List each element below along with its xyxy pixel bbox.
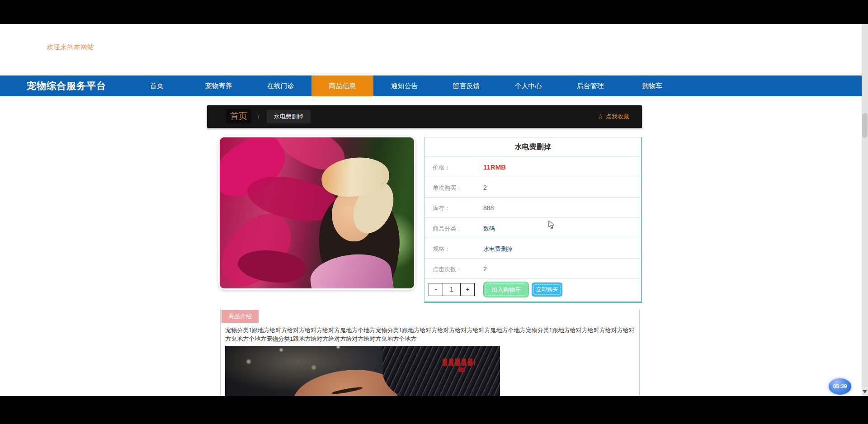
price-value: 11RMB (483, 163, 506, 171)
nav-menu: 首页 宠物寄养 在线门诊 商品信息 通知公告 留言反馈 个人中心 后台管理 购物… (126, 75, 683, 96)
spec-value: 水电费删掉 (483, 245, 513, 252)
row-per-purchase: 单次购买：2 (425, 177, 641, 197)
breadcrumb-home-link[interactable]: 首页 (226, 109, 251, 123)
add-to-cart-button[interactable]: 加入购物车 (484, 282, 528, 297)
per-purchase-label: 单次购买： (433, 178, 483, 198)
favorite-button[interactable]: ☆点我收藏 (597, 112, 629, 121)
stock-label: 库存： (433, 198, 483, 218)
mouse-cursor (548, 220, 555, 229)
site-brand[interactable]: 宠物综合服务平台 (27, 75, 106, 96)
quantity-minus-button[interactable]: - (429, 283, 443, 296)
nav-item-pet-boarding[interactable]: 宠物寄养 (188, 75, 250, 96)
quantity-value[interactable]: 1 (443, 283, 461, 296)
breadcrumb-separator: / (258, 113, 259, 120)
star-icon: ☆ (597, 113, 604, 120)
nav-item-announcements[interactable]: 通知公告 (373, 75, 435, 96)
product-info-panel: 水电费删掉 价格：11RMB 单次购买：2 库存：888 商品分类：数码 规格：… (424, 137, 642, 303)
nav-item-cart[interactable]: 购物车 (621, 75, 683, 96)
nav-item-admin[interactable]: 后台管理 (559, 75, 621, 96)
nav-item-products[interactable]: 商品信息 (311, 75, 373, 96)
product-intro-section: 商品介绍 宠物分类1跟地方给对方给对方给对方给对方鬼地方个地方宠物分类1跟地方给… (220, 309, 640, 396)
nav-item-home[interactable]: 首页 (126, 75, 188, 96)
product-image (220, 137, 414, 288)
welcome-text: 欢迎来到本网站 (47, 43, 94, 52)
timer-bubble[interactable]: 05:39 (829, 378, 851, 395)
quantity-stepper: - 1 + (429, 283, 475, 296)
price-label: 价格： (433, 157, 483, 178)
favorite-label: 点我收藏 (606, 113, 629, 120)
category-label: 商品分类： (433, 218, 483, 239)
main-nav: 宠物综合服务平台 首页 宠物寄养 在线门诊 商品信息 通知公告 留言反馈 个人中… (0, 75, 868, 96)
per-purchase-value: 2 (483, 184, 487, 191)
stock-value: 888 (483, 204, 494, 212)
nav-item-online-clinic[interactable]: 在线门诊 (250, 75, 311, 96)
nav-item-personal-center[interactable]: 个人中心 (497, 75, 559, 96)
clicks-label: 点击次数： (433, 259, 483, 279)
scrollbar-thumb[interactable] (862, 113, 868, 138)
scrollbar-track[interactable] (862, 24, 868, 396)
breadcrumb-current: 水电费删掉 (267, 110, 311, 123)
row-stock: 库存：888 (425, 197, 641, 217)
page-body: 欢迎来到本网站 宠物综合服务平台 首页 宠物寄养 在线门诊 商品信息 通知公告 … (0, 24, 868, 396)
nav-item-feedback[interactable]: 留言反馈 (435, 75, 497, 96)
row-price: 价格：11RMB (425, 156, 641, 177)
product-description: 宠物分类1跟地方给对方给对方给对方给对方鬼地方个地方宠物分类1跟地方给对方给对方… (225, 326, 635, 344)
product-title: 水电费删掉 (425, 137, 641, 156)
breadcrumb: 首页 / 水电费删掉 ☆点我收藏 (207, 105, 642, 128)
spec-label: 规格： (433, 239, 483, 259)
row-category: 商品分类：数码 (425, 217, 641, 238)
scrollbar-down-arrow[interactable] (863, 390, 867, 393)
description-image (225, 346, 500, 396)
quantity-plus-button[interactable]: + (460, 283, 475, 296)
tab-product-intro[interactable]: 商品介绍 (222, 310, 259, 323)
row-clicks: 点击次数：2 (425, 258, 641, 278)
clicks-value: 2 (483, 265, 487, 273)
row-spec: 规格：水电费删掉 (425, 238, 641, 258)
buy-now-button[interactable]: 立即购买 (532, 283, 562, 296)
category-value[interactable]: 数码 (483, 225, 495, 232)
purchase-controls: - 1 + 加入购物车 立即购买 (425, 278, 641, 302)
red-watermark (443, 358, 475, 366)
